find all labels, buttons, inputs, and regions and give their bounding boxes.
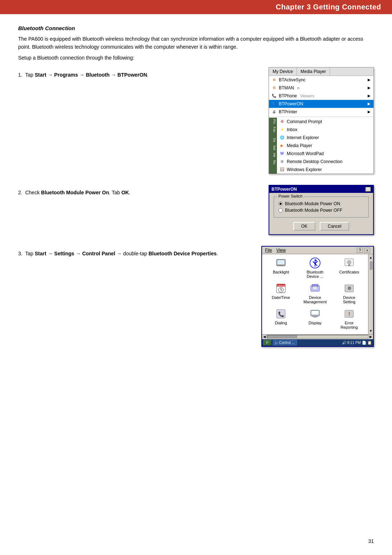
wordpad-item[interactable]: W Microsoft WordPad xyxy=(277,150,373,158)
scroll-down-arrow[interactable]: ▼ xyxy=(368,328,373,333)
ctrl-panel-content: Backlight BluetoothDevic xyxy=(262,254,373,334)
power-switch-legend: Power Switch xyxy=(277,194,304,198)
dialing-label: Dialing xyxy=(275,321,287,325)
program-items-list: ⚙ Command Prompt ★ Inbox 🌐 Internet Expl… xyxy=(277,118,373,174)
menu-topbar: My Device Media Player xyxy=(269,68,373,76)
btman-suffix: n xyxy=(297,86,299,90)
wordpad-icon: W xyxy=(279,151,285,157)
radio-power-off[interactable]: Bluetooth Module Power OFF xyxy=(278,208,364,213)
command-prompt-label: Command Prompt xyxy=(287,119,322,124)
btman-label: BTMAN xyxy=(279,85,294,90)
step-1-row: 1. Tap Start → Programs → Bluetooth → BT… xyxy=(18,67,374,174)
inbox-label: Inbox xyxy=(287,127,297,132)
help-btn[interactable]: ? xyxy=(357,248,363,253)
menu-divider xyxy=(269,117,373,117)
btphone-item[interactable]: 📞 BTPhone Viewers ▶ xyxy=(269,92,373,100)
step-2-text: 2. Check Bluetooth Module Power On. Tab … xyxy=(18,185,261,197)
start-button[interactable]: 🏳 xyxy=(264,340,271,345)
btman-item[interactable]: ⚙ BTMAN n ▶ xyxy=(269,84,373,92)
device-setting-icon-item[interactable]: ⚙ DeviceSetting xyxy=(333,283,365,306)
device-mgmt-label: DeviceManagement xyxy=(303,295,327,304)
file-menu[interactable]: File xyxy=(265,248,272,253)
power-switch-group: Power Switch Bluetooth Module Power ON B… xyxy=(274,197,369,218)
rdp-label: Remote Desktop Connection xyxy=(287,159,342,164)
vertical-scrollbar[interactable]: ▲ ▼ xyxy=(368,254,373,334)
bt-activesync-item[interactable]: ⚙ BTActiveSync ▶ xyxy=(269,76,373,84)
svg-rect-23 xyxy=(311,311,319,315)
chapter-header: Chapter 3 Getting Connected xyxy=(0,0,392,14)
btpoweron-item[interactable]: 🔵 BTPowerON ▶ xyxy=(269,100,373,108)
sidebar-empty xyxy=(269,166,277,169)
cancel-button[interactable]: Cancel xyxy=(320,222,349,231)
clock-display: 8:11 PM xyxy=(347,341,361,345)
dialing-icon-item[interactable]: 📞 Dialing xyxy=(265,308,297,331)
step-3-row: 3. Tap Start → Settings → Control Panel … xyxy=(18,246,374,347)
rdp-item[interactable]: 🖥 Remote Desktop Connection xyxy=(277,158,373,166)
tray-extra: 📄 xyxy=(362,341,366,345)
media-player-item[interactable]: ▶ Media Player xyxy=(277,142,373,150)
error-reporting-label: ErrorReporting xyxy=(340,321,358,329)
btprinter-item[interactable]: 🖨 BTPrinter ▶ xyxy=(269,108,373,116)
backlight-icon-item[interactable]: Backlight xyxy=(265,257,297,280)
btprinter-icon: 🖨 xyxy=(271,109,277,115)
datetime-icon: Calendar xyxy=(275,283,287,294)
sidebar-fav: Fav xyxy=(269,125,277,134)
radio-power-on[interactable]: Bluetooth Module Power ON xyxy=(278,201,364,206)
certificates-icon-item[interactable]: Certificates xyxy=(333,257,365,280)
svg-point-5 xyxy=(347,260,351,264)
winexp-icon: 🪟 xyxy=(279,167,285,173)
radio-off-dot[interactable] xyxy=(278,208,283,212)
svg-rect-13 xyxy=(312,284,318,287)
viewers-text: Viewers xyxy=(300,94,314,98)
step-3-image: File View ? × xyxy=(261,246,374,347)
btprinter-label: BTPrinter xyxy=(279,109,297,114)
step-1-text: 1. Tap Start → Programs → Bluetooth → BT… xyxy=(18,67,261,80)
error-reporting-icon-item[interactable]: ! ErrorReporting xyxy=(333,308,365,331)
device-setting-label: DeviceSetting xyxy=(343,295,355,304)
bt-dialog-body: Power Switch Bluetooth Module Power ON B… xyxy=(269,193,373,234)
winexp-label: Windows Explorer xyxy=(287,167,322,172)
view-menu[interactable]: View xyxy=(276,248,286,253)
backlight-label: Backlight xyxy=(273,270,289,274)
control-panel-screenshot: File View ? × xyxy=(261,246,374,347)
backlight-icon xyxy=(275,257,287,269)
dialog-buttons: OK Cancel xyxy=(274,222,369,231)
bt-activesync-icon: ⚙ xyxy=(271,77,277,83)
cmd-icon: ⚙ xyxy=(279,119,285,125)
certificates-icon xyxy=(343,257,355,269)
datetime-icon-item[interactable]: Calendar Date/Time xyxy=(265,283,297,306)
h-scroll-right[interactable]: ▶ xyxy=(368,335,373,339)
btphone-label: BTPhone xyxy=(279,93,297,98)
radio-on-dot[interactable] xyxy=(278,202,283,206)
svg-rect-1 xyxy=(277,260,285,264)
display-icon-item[interactable]: Display xyxy=(299,308,331,331)
arrow-icon: ▶ xyxy=(368,102,371,106)
sidebar-ru: Ru xyxy=(269,159,277,166)
h-scroll-track xyxy=(267,335,368,339)
inbox-item[interactable]: ★ Inbox xyxy=(277,126,373,134)
my-device-tab: My Device xyxy=(269,68,297,76)
ie-item[interactable]: 🌐 Internet Explorer xyxy=(277,134,373,142)
wordpad-label: Microsoft WordPad xyxy=(287,151,324,156)
window-controls: ? × xyxy=(357,248,370,253)
media-player-tab: Media Player xyxy=(297,68,330,76)
bluetooth-device-label: BluetoothDevice ... xyxy=(307,270,323,279)
scroll-up-arrow[interactable]: ▲ xyxy=(368,255,373,260)
menu-sidebar: Prc Fav Do Set He Ru xyxy=(269,118,277,174)
step-1-image: My Device Media Player ⚙ BTActiveSync ▶ … xyxy=(269,67,374,174)
h-scroll-left[interactable]: ◀ xyxy=(262,335,267,339)
ok-button[interactable]: OK xyxy=(293,222,315,231)
close-btn[interactable]: × xyxy=(364,248,370,253)
device-mgmt-icon-item[interactable]: DeviceManagement xyxy=(299,283,331,306)
command-prompt-item[interactable]: ⚙ Command Prompt xyxy=(277,118,373,126)
sidebar-he: He xyxy=(269,151,277,159)
arrow-icon: ▶ xyxy=(368,86,371,90)
bluetooth-device-icon-item[interactable]: BluetoothDevice ... xyxy=(299,257,331,280)
ie-icon: 🌐 xyxy=(279,135,285,141)
bt-dialog-close-btn[interactable]: × xyxy=(365,187,371,192)
winexp-item[interactable]: 🪟 Windows Explorer xyxy=(277,166,373,174)
taskbar-control-item[interactable]: ▷ Control ... xyxy=(273,340,297,345)
step-3-text: 3. Tap Start → Settings → Control Panel … xyxy=(18,246,254,258)
bt-dialog-titlebar: BTPowerON × xyxy=(269,186,373,193)
svg-text:📞: 📞 xyxy=(278,311,285,317)
